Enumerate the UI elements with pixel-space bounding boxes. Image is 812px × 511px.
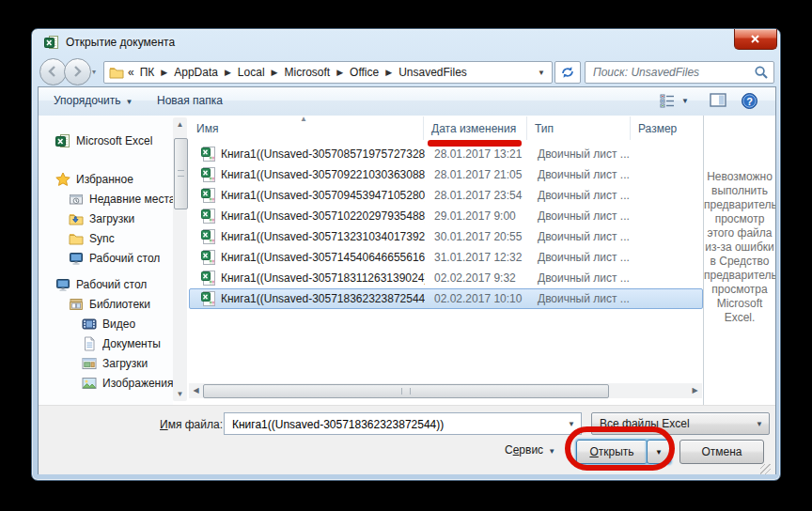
sidebar-vertical-scrollbar[interactable]: ▲ ▼ [173, 117, 187, 401]
sidebar-item-документы[interactable]: Документы [39, 333, 173, 353]
scroll-down-icon[interactable]: ▼ [173, 387, 187, 401]
file-name: Книга1((Unsaved-305718362323872544)) [221, 292, 425, 305]
search-input[interactable] [591, 64, 745, 81]
folder-icon [69, 231, 84, 246]
help-icon: ? [741, 100, 758, 113]
file-list: Имя▲Дата измененияТипРазмер Книга1((Unsa… [189, 116, 703, 405]
sidebar-item-label: Избранное [76, 173, 133, 186]
cancel-button[interactable]: Отмена [679, 440, 764, 464]
navigation-bar: ▾ « ПК▶AppData▶Local▶Microsoft▶Office▶Un… [32, 57, 780, 87]
file-type: Двоичный лист ... [528, 147, 632, 161]
column-header-4[interactable]: Размер [631, 116, 712, 140]
breadcrumb-segment[interactable]: Local [236, 66, 267, 79]
tools-menu-button[interactable]: Сервис▼ [505, 443, 555, 457]
sidebar-item-label: Видео [102, 317, 135, 331]
column-header-3[interactable]: Тип [527, 116, 631, 140]
organize-button[interactable]: Упорядочить▼ [54, 94, 133, 107]
file-row[interactable]: Книга1((Unsaved-305708571975727328))28.0… [189, 144, 703, 164]
file-row[interactable]: Книга1((Unsaved-305713231034017392))30.0… [189, 226, 703, 247]
column-header-label: Имя [196, 122, 218, 135]
scroll-right-icon[interactable]: ▶ [688, 383, 702, 398]
sidebar-item-label: Загрузки [89, 212, 134, 225]
sidebar-item-sync[interactable]: Sync [39, 228, 173, 248]
chevron-down-icon: ▼ [125, 98, 133, 106]
breadcrumb-dropdown-icon[interactable]: ▼ [531, 69, 552, 77]
sidebar-item-загрузки[interactable]: Загрузки [39, 353, 173, 373]
filename-input[interactable] [230, 416, 558, 433]
breadcrumb-separator-icon[interactable]: ▶ [332, 68, 348, 77]
scroll-left-icon[interactable]: ◀ [189, 383, 203, 398]
back-button[interactable] [39, 58, 67, 85]
libraries-icon [69, 297, 84, 312]
sidebar-item-видео[interactable]: Видео [39, 314, 173, 333]
window-title: Открытие документа [66, 36, 175, 49]
resize-grip[interactable] [760, 464, 771, 474]
file-row[interactable]: Книга1((Unsaved-305709453947105280))28.0… [189, 185, 703, 206]
new-folder-button[interactable]: Новая папка [157, 94, 223, 107]
file-row[interactable]: Книга1((Unsaved-305718362323872544))02.0… [189, 288, 703, 309]
breadcrumb-separator-icon[interactable]: ▶ [220, 68, 236, 77]
sidebar-item-label: Рабочий стол [76, 278, 147, 291]
column-header-1[interactable]: Имя▲ [189, 116, 424, 140]
sidebar-item-рабочий-стол[interactable]: Рабочий стол [39, 248, 173, 268]
sidebar-item-библиотеки[interactable]: Библиотеки [39, 294, 173, 314]
file-name: Книга1((Unsaved-305709221030363088)) [221, 168, 425, 181]
pictures-icon [82, 376, 97, 391]
history-dropdown-icon[interactable]: ▾ [92, 68, 96, 76]
scrollbar-thumb[interactable] [203, 384, 609, 398]
file-row[interactable]: Книга1((Unsaved-305718311263139024))02.0… [189, 268, 703, 288]
sidebar-item-label: Microsoft Excel [76, 134, 152, 147]
sidebar-item-изображения[interactable]: Изображения [39, 373, 173, 393]
sidebar-item-label: Загрузки [102, 357, 148, 370]
sidebar-item-microsoft-excel[interactable]: Microsoft Excel [39, 131, 173, 150]
file-date-modified: 02.02.2017 9:32 [425, 271, 528, 285]
sidebar-item-рабочий-стол[interactable]: Рабочий стол [39, 274, 173, 294]
breadcrumb-segment[interactable]: ПК [138, 66, 157, 79]
close-button[interactable] [734, 29, 777, 50]
window-titlebar[interactable]: Открытие документа [32, 29, 780, 57]
breadcrumb-separator-icon[interactable]: ▶ [267, 68, 283, 77]
column-header-2[interactable]: Дата изменения [424, 116, 527, 140]
breadcrumb-overflow-chevron[interactable]: « [128, 66, 134, 79]
file-date-modified: 30.01.2017 20:55 [425, 230, 528, 243]
file-name: Книга1((Unsaved-305710220297935488)) [221, 209, 425, 223]
file-row[interactable]: Книга1((Unsaved-305710220297935488))29.0… [189, 206, 703, 226]
annotation-red-underline [428, 140, 522, 147]
excel-icon [55, 133, 70, 148]
scroll-up-icon[interactable]: ▲ [173, 117, 187, 132]
excel-file-icon [201, 188, 216, 203]
annotation-red-circle [565, 426, 675, 471]
sidebar-item-недавние-места[interactable]: Недавние места [39, 189, 173, 209]
excel-file-icon [201, 209, 216, 224]
file-row[interactable]: Книга1((Unsaved-305709221030363088))28.0… [189, 164, 703, 185]
breadcrumb-separator-icon[interactable]: ▶ [156, 68, 172, 77]
file-name: Книга1((Unsaved-305718311263139024)) [221, 271, 425, 285]
file-type: Двоичный лист ... [528, 230, 632, 243]
scrollbar-grip [401, 388, 411, 395]
breadcrumb-separator-icon[interactable]: ▶ [381, 68, 397, 77]
views-button[interactable] [659, 92, 676, 112]
file-date-modified: 28.01.2017 23:54 [425, 189, 528, 202]
file-row[interactable]: Книга1((Unsaved-305714540646655616))31.0… [189, 247, 703, 268]
filename-label: Имя файла: [133, 418, 223, 431]
recent-places-icon [69, 192, 84, 207]
breadcrumb-segment[interactable]: UnsavedFiles [397, 66, 469, 79]
help-button[interactable]: ? [741, 92, 758, 113]
scrollbar-thumb[interactable] [174, 138, 188, 209]
breadcrumb-segment[interactable]: Office [348, 66, 381, 79]
preview-pane-button[interactable] [710, 92, 727, 112]
sidebar-item-label: Изображения [102, 377, 173, 390]
views-dropdown-icon[interactable]: ▼ [681, 97, 689, 105]
excel-file-icon [201, 291, 216, 306]
list-horizontal-scrollbar[interactable]: ◀ ▶ [189, 383, 702, 398]
breadcrumb: « ПК▶AppData▶Local▶Microsoft▶Office▶Unsa… [103, 61, 553, 84]
sidebar-item-избранное[interactable]: Избранное [39, 169, 173, 189]
sidebar-item-загрузки[interactable]: Загрузки [39, 209, 173, 228]
breadcrumb-segment[interactable]: Microsoft [282, 66, 332, 79]
breadcrumb-segment[interactable]: AppData [172, 66, 220, 79]
downloads-library-icon [82, 356, 97, 371]
chevron-down-icon: ▼ [548, 447, 555, 456]
forward-button[interactable] [64, 58, 91, 85]
refresh-button[interactable] [554, 61, 581, 84]
file-type: Двоичный лист ... [528, 189, 632, 202]
